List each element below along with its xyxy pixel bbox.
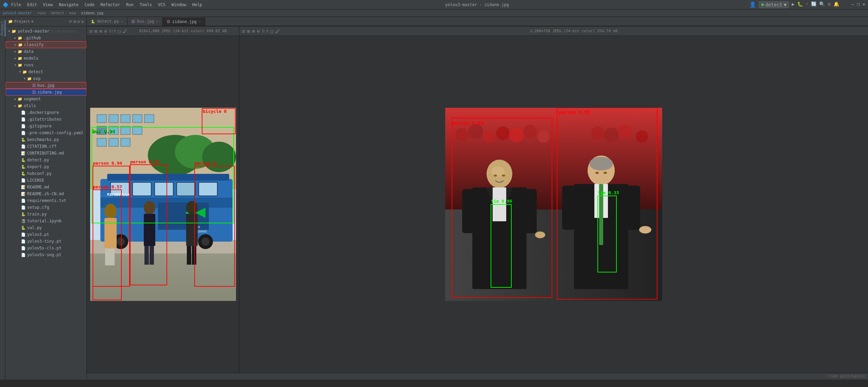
notifications-icon[interactable]: 🔔 <box>833 1 839 8</box>
breadcrumb-root[interactable]: yolov3-master <box>3 11 32 15</box>
tab-bus-jpg[interactable]: 🖼 bus.jpg ✕ <box>127 17 163 26</box>
tree-node-readme[interactable]: ▶ 📝 README.md <box>5 184 86 190</box>
svg-rect-44 <box>150 246 154 265</box>
bus-actual-size-btn[interactable]: □ <box>118 28 121 34</box>
tree-node-runs[interactable]: ▼ 📁 runs <box>5 62 86 68</box>
tree-node-yolov3-pt[interactable]: ▶ 📄 yolov3.pt <box>5 231 86 238</box>
tree-node-hubconf[interactable]: ▶ 🐍 hubconf.py <box>5 170 86 177</box>
tree-node-citation[interactable]: ▶ 📄 CITATION.cff <box>5 143 86 150</box>
svg-point-34 <box>117 238 125 246</box>
dropdown-icon[interactable]: ▼ <box>31 20 33 23</box>
svg-point-84 <box>535 231 545 238</box>
tree-node-val-py[interactable]: ▶ 🐍 val.py <box>5 224 86 231</box>
close-tab-bus-jpg[interactable]: ✕ <box>156 20 158 23</box>
label-requirements: requirements.txt <box>27 198 66 203</box>
tree-node-tutorial[interactable]: ▶ 📓 tutorial.ipynb <box>5 218 86 224</box>
tab-zidane-jpg[interactable]: 🖼 zidane.jpg ✕ <box>163 17 205 26</box>
tree-node-segment[interactable]: ▶ 📁 segment <box>5 96 86 102</box>
file-tree-panel: 📁 Project ▼ ⟳ ⊞ ⊟ ⚙ ▼ 📁 yolov3-master D:… <box>5 17 87 380</box>
menu-tools[interactable]: Tools <box>137 2 155 8</box>
maximize-button[interactable]: ❐ <box>857 1 860 8</box>
menu-view[interactable]: View <box>40 2 56 8</box>
tree-node-benchmarks[interactable]: ▶ 🐍 benchmarks.py <box>5 136 86 143</box>
tree-node-contributing[interactable]: ▶ 📝 CONTRIBUTING.md <box>5 150 86 157</box>
settings-icon[interactable]: ⚙ <box>828 1 830 8</box>
project-tab[interactable]: Project <box>0 20 5 37</box>
zidane-grid-btn[interactable]: ⊞ <box>247 28 250 34</box>
run-button[interactable]: ▶ <box>792 1 794 8</box>
zidane-color-pick-btn[interactable]: 🖊 <box>275 28 280 34</box>
tree-node-gitattributes[interactable]: ▶ 📄 .gitattributes <box>5 116 86 123</box>
tree-settings-icon[interactable]: ⚙ <box>81 19 84 24</box>
bus-color-pick-btn[interactable]: 🖊 <box>123 28 127 34</box>
tree-node-github[interactable]: ▶ 📁 .github <box>5 35 86 41</box>
debug-icon[interactable]: 🐛 <box>797 1 803 8</box>
detect-badge[interactable]: detect ▼ <box>759 1 789 8</box>
label-train-py: train.py <box>27 212 47 217</box>
tree-node-dockerignore[interactable]: ▶ 📄 .dockerignore <box>5 109 86 116</box>
collapse-all-icon[interactable]: ⊟ <box>78 19 80 24</box>
zidane-zoom-out-btn[interactable]: ⊖ <box>257 28 259 34</box>
expand-all-icon[interactable]: ⊞ <box>74 19 76 24</box>
coverage-icon[interactable]: ⚡ <box>806 1 808 8</box>
breadcrumb-file[interactable]: zidane.jpg <box>81 11 103 15</box>
tree-node-export-py[interactable]: ▶ 🐍 export.py <box>5 163 86 170</box>
tree-node-yolov5s-seg[interactable]: ▶ 📄 yolov5s-seg.pt <box>5 251 86 258</box>
tree-node-bus-jpg[interactable]: ▶ 🖼 bus.jpg <box>5 82 86 89</box>
tree-node-precommit[interactable]: ▶ 📄 .pre-commit-config.yaml <box>5 129 86 136</box>
tree-node-detect[interactable]: ▼ 📁 detect <box>5 68 86 75</box>
tree-node-classify[interactable]: ▶ 📁 classify <box>5 41 86 48</box>
zidane-fit-btn[interactable]: ⊡ <box>242 28 245 34</box>
menu-vcs[interactable]: VCS <box>155 2 168 8</box>
bus-grid-btn[interactable]: ⊞ <box>94 28 97 34</box>
menu-navigate[interactable]: Navigate <box>56 2 81 8</box>
close-button[interactable]: ✕ <box>863 1 865 8</box>
menu-code[interactable]: Code <box>82 2 97 8</box>
file-icon-yolov3-tiny: 📄 <box>21 239 26 244</box>
tree-node-utils[interactable]: ▶ 📁 utils <box>5 102 86 109</box>
label-readme: README.md <box>27 185 49 189</box>
sync-icon[interactable]: ⟳ <box>69 19 72 24</box>
svg-rect-20 <box>107 174 229 181</box>
label-benchmarks: benchmarks.py <box>27 137 59 142</box>
label-detect: detect <box>28 69 43 74</box>
breadcrumb-exp[interactable]: exp <box>69 11 76 15</box>
close-tab-zidane-jpg[interactable]: ✕ <box>199 20 201 23</box>
file-tree-content: ▼ 📁 yolov3-master D:\WorkSpace\ ▶ 📁 .git… <box>5 26 86 380</box>
user-icon[interactable]: 👤 <box>749 1 756 8</box>
tree-node-readme-zh[interactable]: ▶ 📝 README.zh-CN.md <box>5 190 86 197</box>
search-icon[interactable]: 🔍 <box>819 1 825 8</box>
zidane-actual-size-btn[interactable]: □ <box>271 28 273 34</box>
menu-window[interactable]: Window <box>169 2 189 8</box>
tree-node-train-py[interactable]: ▶ 🐍 train.py <box>5 211 86 218</box>
tab-detect-py[interactable]: 🐍 detect.py ✕ <box>87 17 127 26</box>
zidane-zoom-in-btn[interactable]: ⊕ <box>252 28 255 34</box>
menu-help[interactable]: Help <box>190 2 205 8</box>
menu-edit[interactable]: Edit <box>24 2 40 8</box>
tree-node-requirements[interactable]: ▶ 📄 requirements.txt <box>5 197 86 204</box>
tree-node-license[interactable]: ▶ 📄 LICENSE <box>5 177 86 184</box>
arrow-runs: ▼ <box>13 63 18 67</box>
tree-node-gitignore[interactable]: ▶ 📄 .gitignore <box>5 123 86 129</box>
tree-node-yolov5s-cls[interactable]: ▶ 📄 yolov5s-cls.pt <box>5 245 86 251</box>
breadcrumb-runs[interactable]: runs <box>37 11 46 15</box>
titlebar: 🔷 File Edit View Navigate Code Refactor … <box>0 0 868 9</box>
close-tab-detect-py[interactable]: ✕ <box>121 20 123 23</box>
minimize-button[interactable]: — <box>851 1 854 8</box>
tree-node-setup-cfg[interactable]: ▶ 📄 setup.cfg <box>5 204 86 211</box>
tree-node-yolov3-tiny[interactable]: ▶ 📄 yolov3-tiny.pt <box>5 238 86 245</box>
bus-zoom-out-btn[interactable]: ⊖ <box>104 28 107 34</box>
menu-refactor[interactable]: Refactor <box>98 2 123 8</box>
bus-fit-btn[interactable]: ⊡ <box>90 28 92 34</box>
tree-node-detect-py[interactable]: ▶ 🐍 detect.py <box>5 157 86 163</box>
tree-root[interactable]: ▼ 📁 yolov3-master D:\WorkSpace\ <box>5 28 86 35</box>
tree-node-zidane-jpg[interactable]: ▶ 🖼 zidane.jpg <box>5 89 86 96</box>
bus-zoom-in-btn[interactable]: ⊕ <box>99 28 102 34</box>
tree-node-data[interactable]: ▶ 📁 data <box>5 48 86 55</box>
menu-file[interactable]: File <box>8 2 24 8</box>
menu-run[interactable]: Run <box>123 2 136 8</box>
tree-node-exp[interactable]: ▼ 📁 exp <box>5 75 86 82</box>
git-update-icon[interactable]: 🔄 <box>811 1 816 8</box>
breadcrumb-detect[interactable]: detect <box>51 11 64 15</box>
tree-node-models[interactable]: ▶ 📁 models <box>5 55 86 62</box>
